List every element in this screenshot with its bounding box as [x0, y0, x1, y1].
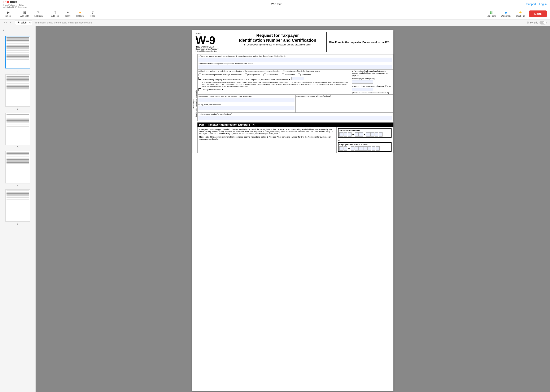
- thumbnail-page-5[interactable]: 5: [2, 189, 34, 225]
- individual-checkbox-item: Individual/sole proprietor or single-mem…: [199, 73, 242, 76]
- w9-header: Form W-9 (Rev. October 2018) Department …: [192, 30, 393, 54]
- edit-form-tool[interactable]: ☷ Edit Form: [485, 10, 498, 18]
- row-5: 5 Address (number, street, and apt. or s…: [198, 95, 296, 103]
- thumb-label-4: 4: [17, 184, 18, 187]
- other-checkbox[interactable]: [199, 88, 201, 91]
- add-sign-tool[interactable]: ✎ Add Sign: [33, 10, 44, 18]
- watermark-tool[interactable]: ◆ Watermark: [499, 10, 513, 18]
- thumbnail-page-1[interactable]: 1: [2, 36, 34, 72]
- select-label: Select: [6, 15, 11, 17]
- add-text-label: Add Text: [51, 15, 59, 17]
- insert-label: Insert: [65, 15, 71, 17]
- fatca-input[interactable]: [352, 88, 373, 91]
- other-row: Other (see instructions) ►: [199, 88, 350, 91]
- highlight-tool[interactable]: ■ Highlight: [74, 10, 86, 18]
- undo-button[interactable]: ↩: [3, 21, 7, 25]
- ssn-cell-6[interactable]: [366, 132, 370, 137]
- requester-name-input[interactable]: [296, 98, 392, 102]
- w9-title: Request for Taxpayer Identification Numb…: [229, 32, 326, 52]
- partnership-checkbox[interactable]: [282, 73, 284, 76]
- ein-cell-4[interactable]: [355, 146, 359, 151]
- ccorp-checkbox-item: C Corporation: [245, 73, 260, 76]
- sidebar-back-button[interactable]: ‹: [2, 28, 4, 32]
- insert-tool[interactable]: + Insert: [63, 10, 73, 18]
- part1-title: Taxpayer Identification Number (TIN): [208, 123, 256, 126]
- ccorp-label: C Corporation: [248, 74, 260, 76]
- exempt-payee-input[interactable]: [352, 80, 373, 84]
- w9-irs-note: Give Form to the requester. Do not send …: [326, 32, 390, 52]
- quick-fill-tool[interactable]: ⚡ Quick Fill: [514, 10, 527, 18]
- ssn-cell-3[interactable]: [348, 132, 351, 137]
- ein-cell-3[interactable]: [351, 146, 354, 151]
- ssn-cell-2[interactable]: [343, 132, 347, 137]
- ssn-seg-2: [355, 132, 363, 137]
- ein-cell-7[interactable]: [367, 146, 371, 151]
- ein-cell-5[interactable]: [359, 146, 363, 151]
- text-icon: T: [54, 11, 56, 14]
- ein-cell-9[interactable]: [376, 146, 380, 151]
- scorp-checkbox[interactable]: [264, 73, 266, 76]
- field7-label: 7 List account number(s) here (optional): [199, 113, 392, 115]
- row-6b-right: [296, 103, 393, 112]
- w9-form-id: Form W-9 (Rev. October 2018) Department …: [196, 32, 229, 52]
- form-body: Print or type. See Specific Instructions…: [192, 54, 393, 153]
- add-sign-label: Add Sign: [34, 15, 43, 17]
- ein-cell-8[interactable]: [372, 146, 375, 151]
- individual-checkbox[interactable]: [199, 73, 201, 76]
- form-department: Department of the Treasury: [196, 48, 229, 50]
- field1-input[interactable]: [199, 58, 392, 62]
- scorp-label: S Corporation: [267, 74, 279, 76]
- row-5-6: 5 Address (number, street, and apt. or s…: [197, 94, 393, 103]
- thumb-label-1: 1: [17, 69, 18, 72]
- individual-label: Individual/sole proprietor or single-mem…: [202, 74, 242, 76]
- ssn-cell-7[interactable]: [370, 132, 374, 137]
- ssn-cell-4[interactable]: [355, 132, 359, 137]
- thumbnail-page-3[interactable]: 3: [2, 113, 34, 148]
- topbar: PDFliner Inline Platform for Editing All…: [0, 0, 550, 8]
- ein-cell-2[interactable]: [343, 146, 347, 151]
- row-3-content: 3 Check appropriate box for federal tax …: [198, 70, 351, 94]
- ccorp-checkbox[interactable]: [245, 73, 248, 76]
- ssn-cell-9[interactable]: [379, 132, 383, 137]
- scorp-checkbox-item: S Corporation: [264, 73, 279, 76]
- ssn-cell-8[interactable]: [375, 132, 378, 137]
- redo-button[interactable]: ↪: [9, 21, 14, 25]
- show-grid-control: Show grid: [527, 21, 547, 25]
- thumb-img-1: [5, 36, 30, 69]
- requester-address-input[interactable]: [296, 104, 392, 112]
- trust-checkbox[interactable]: [298, 73, 300, 76]
- ein-box: Employer identification number –: [338, 142, 392, 152]
- sidebar: ‹ ☷: [0, 26, 36, 392]
- sidebar-pages-button[interactable]: ☷: [29, 28, 33, 32]
- ssn-inputs: – –: [339, 132, 391, 137]
- ssn-seg-3: [366, 132, 383, 137]
- add-date-tool[interactable]: ☵ Add Date: [19, 10, 31, 18]
- subtoolbar: ↩ ↪ Fit Width Fill the form or use anoth…: [0, 20, 550, 26]
- thumbnail-page-4[interactable]: 4: [2, 151, 34, 187]
- add-text-tool[interactable]: T Add Text: [50, 10, 61, 18]
- print-or-type-label: Print or type.: [193, 55, 195, 152]
- thumbnail-page-2[interactable]: 2: [2, 74, 34, 110]
- field5-input[interactable]: [199, 98, 294, 102]
- logo: PDFliner Inline Platform for Editing All…: [3, 0, 27, 8]
- login-link[interactable]: Log in: [539, 2, 547, 6]
- edit-form-label: Edit Form: [487, 15, 496, 17]
- ein-cell-1[interactable]: [339, 146, 343, 151]
- field2-input[interactable]: [199, 65, 392, 69]
- thumb-label-3: 3: [17, 146, 18, 148]
- fit-width-select[interactable]: Fit Width: [15, 20, 32, 25]
- field7-input[interactable]: [199, 116, 392, 120]
- help-tool[interactable]: ? Help: [88, 10, 98, 18]
- ssn-cell-1[interactable]: [339, 132, 343, 137]
- fatca-note: (Applies to accounts maintained outside …: [352, 92, 392, 94]
- done-button[interactable]: Done: [529, 10, 547, 17]
- ein-cell-6[interactable]: [363, 146, 367, 151]
- thumb-img-4: [5, 151, 30, 183]
- llc-checkbox[interactable]: [199, 77, 201, 80]
- select-tool[interactable]: ▶ Select: [3, 10, 14, 18]
- ssn-cell-5[interactable]: [359, 132, 363, 137]
- field6-input[interactable]: [199, 106, 294, 110]
- part1-header: Part I Taxpayer Identification Number (T…: [197, 123, 393, 127]
- support-link[interactable]: Support: [526, 2, 536, 6]
- show-grid-toggle[interactable]: [540, 21, 547, 25]
